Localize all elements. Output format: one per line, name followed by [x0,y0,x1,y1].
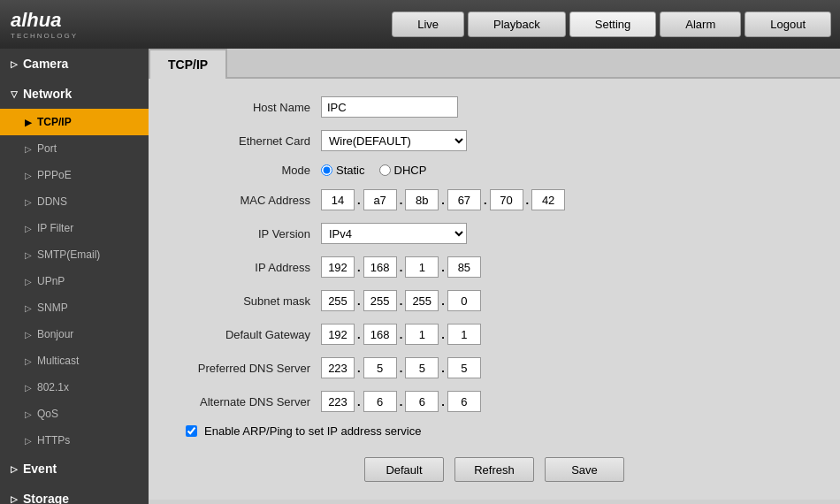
sidebar-item-network[interactable]: ▽ Network [0,79,149,109]
tab-playback[interactable]: Playback [468,11,566,37]
sidebar-label-port: Port [37,142,57,155]
mac-seg1-input[interactable] [321,189,355,210]
default-button[interactable]: Default [364,457,444,482]
save-button[interactable]: Save [545,457,624,482]
ethernet-card-row: Ethernet Card Wire(DEFAULT) [175,130,813,151]
sub-seg1-input[interactable] [321,290,355,311]
mac-address-label: MAC Address [175,194,321,207]
chevron-icon: ▷ [11,464,18,474]
sidebar-item-upnp[interactable]: ▷ UPnP [0,268,149,294]
sidebar-item-multicast[interactable]: ▷ Multicast [0,347,149,374]
mac-seg5-input[interactable] [490,189,523,210]
ip-seg4-input[interactable] [447,256,481,278]
sidebar-item-port[interactable]: ▷ Port [0,135,149,162]
adns-seg3-input[interactable] [405,391,439,412]
sidebar-item-snmp[interactable]: ▷ SNMP [0,294,149,321]
arrow-icon: ▷ [25,383,32,393]
sidebar-item-qos[interactable]: ▷ QoS [0,401,149,427]
sub-seg3-input[interactable] [405,290,439,311]
sidebar-item-storage[interactable]: ▷ Storage [0,484,149,504]
sidebar-label-https: HTTPs [37,434,70,447]
adns-seg2-input[interactable] [363,391,397,412]
arrow-icon: ▷ [25,224,32,233]
nav-tabs: Live Playback Setting Alarm Logout [392,11,831,37]
mac-address-row: MAC Address . . . . . [175,189,813,210]
arrow-icon: ▷ [25,436,32,446]
sidebar-label-camera: Camera [23,57,68,71]
sidebar-label-qos: QoS [37,408,58,420]
subnet-mask-control: . . . [321,290,481,311]
tab-logout[interactable]: Logout [745,11,831,37]
adns-seg1-input[interactable] [321,391,355,412]
sidebar-item-https[interactable]: ▷ HTTPs [0,427,149,454]
pref-dns-row: Preferred DNS Server . . . [175,357,813,378]
ip-version-select[interactable]: IPv4 IPv6 [321,223,467,244]
gateway-row: Default Gateway . . . [175,324,813,345]
ip-seg2-input[interactable] [363,256,397,278]
mac-seg6-input[interactable] [531,189,565,210]
gw-seg2-input[interactable] [363,324,397,345]
alt-dns-row: Alternate DNS Server . . . [175,391,813,412]
ethernet-card-control: Wire(DEFAULT) [321,130,467,151]
arrow-icon: ▷ [25,277,32,286]
logo: alhua TECHNOLOGY [0,2,141,47]
sidebar-label-tcpip: TCP/IP [37,116,72,128]
sidebar-label-network: Network [23,87,72,101]
gw-seg3-input[interactable] [405,324,439,345]
mode-dhcp-radio[interactable] [379,164,391,176]
tab-setting[interactable]: Setting [569,11,656,37]
tab-tcpip[interactable]: TCP/IP [149,49,227,79]
arrow-icon: ▶ [25,118,32,127]
sidebar-label-bonjour: Bonjour [37,328,73,340]
ip-seg3-input[interactable] [405,256,439,278]
gateway-label: Default Gateway [175,328,321,341]
sidebar-item-event[interactable]: ▷ Event [0,454,149,484]
ip-version-control: IPv4 IPv6 [321,223,467,244]
mac-seg4-input[interactable] [447,189,481,210]
sidebar-label-pppoe: PPPoE [37,169,72,181]
content-wrapper: Ali Security Store Ali Security Store TC… [149,49,840,504]
subnet-mask-row: Subnet mask . . . [175,290,813,311]
pdns-seg3-input[interactable] [405,357,439,378]
ip-version-row: IP Version IPv4 IPv6 [175,223,813,244]
ip-version-label: IP Version [175,227,321,241]
mode-dhcp-option[interactable]: DHCP [379,164,427,177]
sidebar-label-snmp: SNMP [37,302,68,314]
sidebar-item-smtp[interactable]: ▷ SMTP(Email) [0,241,149,268]
pref-dns-control: . . . [321,357,481,378]
ip-seg1-input[interactable] [321,256,355,278]
sidebar-item-bonjour[interactable]: ▷ Bonjour [0,321,149,347]
sidebar-item-camera[interactable]: ▷ Camera [0,49,149,79]
pdns-seg1-input[interactable] [321,357,355,378]
logo-text: alhua [11,9,131,32]
gateway-control: . . . [321,324,481,345]
sub-seg4-input[interactable] [447,290,481,311]
tab-alarm[interactable]: Alarm [660,11,741,37]
sub-seg2-input[interactable] [363,290,397,311]
sidebar-label-storage: Storage [23,492,69,504]
gw-seg1-input[interactable] [321,324,355,345]
sidebar-label-ipfilter: IP Filter [37,222,73,234]
ethernet-card-select[interactable]: Wire(DEFAULT) [321,130,467,151]
mac-seg2-input[interactable] [363,189,397,210]
sidebar-item-tcpip[interactable]: ▶ TCP/IP [0,109,149,135]
sidebar-item-pppoe[interactable]: ▷ PPPoE [0,162,149,188]
mode-static-radio[interactable] [321,164,332,176]
mac-seg3-input[interactable] [405,189,439,210]
tab-live[interactable]: Live [392,11,464,37]
arp-ping-checkbox[interactable] [186,425,197,437]
sidebar-item-8021x[interactable]: ▷ 802.1x [0,374,149,401]
sidebar-label-upnp: UPnP [37,275,65,287]
refresh-button[interactable]: Refresh [454,457,534,482]
mode-static-option[interactable]: Static [321,164,365,177]
arrow-icon: ▷ [25,250,32,260]
gw-seg4-input[interactable] [447,324,481,345]
pdns-seg4-input[interactable] [447,357,481,378]
arrow-icon: ▷ [25,409,32,419]
adns-seg4-input[interactable] [447,391,481,412]
sidebar-item-ddns[interactable]: ▷ DDNS [0,188,149,215]
sidebar-item-ipfilter[interactable]: ▷ IP Filter [0,215,149,241]
pdns-seg2-input[interactable] [363,357,397,378]
host-name-input[interactable] [321,96,458,118]
sidebar-label-8021x: 802.1x [37,381,69,393]
